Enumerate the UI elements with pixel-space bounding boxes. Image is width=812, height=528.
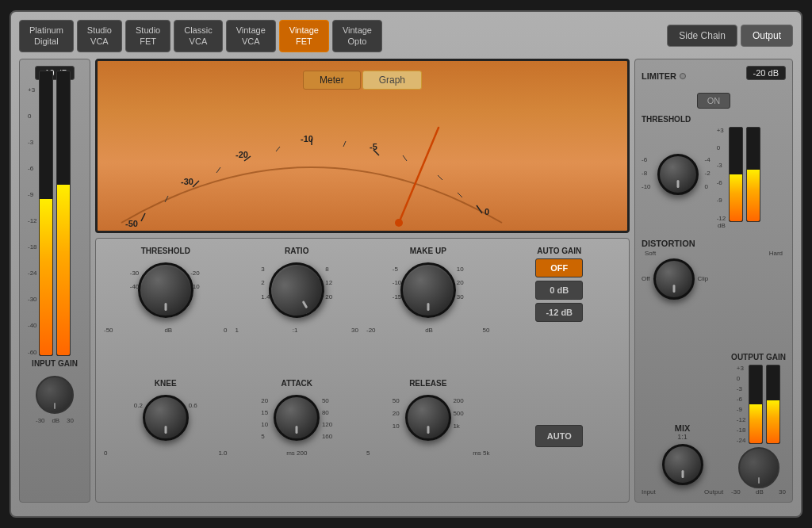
makeup-title: MAKE UP (410, 247, 446, 255)
controls-area: THRESHOLD -30 -40 -20 -10 (95, 238, 630, 503)
meter-button[interactable]: Meter (303, 71, 361, 90)
plugin-container: PlatinumDigital StudioVCA StudioFET Clas… (10, 10, 802, 518)
autogain-12db-button[interactable]: -12 dB (535, 303, 583, 322)
limiter-dot (680, 73, 686, 79)
input-meter-left (39, 71, 53, 356)
svg-line-18 (458, 193, 462, 197)
mix-label: MIX (675, 423, 691, 433)
attack-group: ATTACK 20 15 10 5 50 80 120 160 (236, 379, 359, 494)
threshold-scale-row: -50 dB 0 (104, 327, 228, 334)
preset-studio-vca[interactable]: StudioVCA (77, 20, 122, 52)
preset-vintage-fet[interactable]: VintageFET (279, 20, 329, 52)
right-threshold-label: THRESHOLD (642, 115, 786, 124)
input-gain-knob[interactable] (36, 376, 74, 414)
ratio-title: RATIO (285, 247, 308, 255)
svg-line-17 (438, 175, 442, 180)
preset-classic-vca[interactable]: ClassicVCA (174, 20, 222, 52)
svg-text:-20: -20 (236, 150, 248, 159)
output-meter-right (766, 365, 780, 444)
limiter-row: LIMITER -20 dB (642, 66, 786, 86)
mix-ratio: 1:1 (677, 433, 688, 441)
bottom-right: MIX 1:1 Input Output OUTPUT GAIN +3 (642, 309, 786, 495)
release-scale-row: 5 ms 5k (366, 450, 490, 457)
distortion-knob-dot (672, 285, 675, 293)
mix-section: MIX 1:1 Input Output (642, 423, 723, 495)
output-button[interactable]: Output (741, 25, 793, 47)
vu-inner: Meter Graph -50 -30 (98, 61, 627, 231)
knee-group: KNEE 0.2 0.6 0 1.0 (104, 379, 228, 494)
attack-knob[interactable] (274, 395, 320, 441)
makeup-scale-row: -20 dB 50 (366, 327, 490, 334)
mix-knob-dot (681, 470, 684, 478)
distortion-section: DISTORTION Soft Hard Off Clip (642, 239, 786, 300)
preset-buttons: PlatinumDigital StudioVCA StudioFET Clas… (19, 20, 382, 52)
svg-text:-5: -5 (370, 142, 377, 151)
output-meter-left (749, 365, 763, 444)
svg-line-2 (193, 181, 199, 187)
output-meter-right-fill (767, 400, 779, 443)
right-meter-left (729, 127, 743, 222)
right-threshold-knob[interactable] (657, 154, 699, 195)
svg-text:0: 0 (485, 207, 489, 216)
svg-line-0 (141, 213, 145, 221)
distortion-sublabels: Soft Hard (642, 250, 786, 257)
svg-line-15 (343, 141, 346, 147)
autogain-0db-button[interactable]: 0 dB (535, 281, 583, 300)
output-gain-label: OUTPUT GAIN (731, 353, 786, 362)
threshold-knob-dot (164, 303, 167, 311)
release-group: RELEASE 50 20 10 200 500 1k (366, 379, 490, 494)
makeup-knob[interactable] (400, 262, 456, 318)
output-gain-section: OUTPUT GAIN +3 0 -3 -6 -9 -12 -18 -24 (731, 353, 786, 495)
left-panel: -19 dB +3 0 -3 -6 -9 -12 -18 -24 -30 -40… (19, 59, 90, 503)
ratio-knob-dot (302, 300, 308, 308)
output-gain-knob[interactable] (738, 447, 779, 488)
makeup-knob-dot (427, 303, 429, 311)
attack-knob-dot (296, 426, 298, 434)
graph-button[interactable]: Graph (362, 71, 422, 90)
ratio-knob[interactable] (259, 252, 335, 328)
right-threshold-knob-dot (676, 180, 679, 188)
preset-vintage-opto[interactable]: VintageOpto (332, 20, 382, 52)
release-knob[interactable] (405, 395, 451, 441)
knee-knob[interactable] (143, 395, 189, 441)
routing-buttons: Side Chain Output (667, 25, 793, 47)
input-gain-scale: -30 dB 30 (36, 417, 74, 424)
side-chain-button[interactable]: Side Chain (667, 25, 737, 47)
knee-knob-dot (164, 426, 167, 434)
preset-vintage-vca[interactable]: VintageVCA (226, 20, 276, 52)
svg-line-14 (276, 147, 280, 151)
input-gain-label: INPUT GAIN (32, 359, 78, 368)
threshold-title: THRESHOLD (141, 247, 190, 255)
limiter-db-display: -20 dB (746, 66, 786, 80)
right-threshold-section: THRESHOLD -6 -8 -10 -4 -2 0 (642, 115, 786, 229)
mix-sublabels: Input Output (642, 488, 723, 495)
svg-line-19 (399, 128, 439, 223)
svg-text:-10: -10 (301, 134, 313, 143)
right-meter-right (746, 127, 760, 222)
autogain-off-button[interactable]: OFF (535, 258, 583, 277)
distortion-label: DISTORTION (642, 239, 786, 248)
release-title: RELEASE (409, 379, 446, 388)
vu-arc-svg: -50 -30 -20 -10 -5 (98, 104, 526, 231)
input-meter-left-fill (40, 199, 52, 355)
makeup-group: MAKE UP -5 -10 -15 10 20 30 (366, 247, 490, 371)
preset-platinum-digital[interactable]: PlatinumDigital (19, 20, 74, 52)
preset-studio-fet[interactable]: StudioFET (125, 20, 170, 52)
release-auto-button[interactable]: AUTO (535, 425, 583, 447)
autogain-group: AUTO GAIN OFF 0 dB -12 dB (498, 247, 622, 371)
distortion-knob[interactable] (653, 258, 695, 300)
output-scale-row: -30 dB 30 (731, 488, 786, 495)
output-knob-indicator (758, 477, 760, 484)
threshold-knob[interactable] (138, 262, 193, 318)
input-meter-right (56, 71, 71, 356)
limiter-on-button[interactable]: ON (697, 93, 731, 109)
right-panel: LIMITER -20 dB ON THRESHOLD -6 -8 -10 (634, 59, 793, 503)
svg-line-13 (216, 167, 220, 173)
svg-text:-30: -30 (181, 177, 193, 186)
threshold-group: THRESHOLD -30 -40 -20 -10 (104, 247, 228, 371)
autogain-title: AUTO GAIN (537, 247, 581, 255)
mix-knob[interactable] (662, 444, 703, 485)
input-meter-right-fill (57, 185, 70, 355)
center-panel: Meter Graph -50 -30 (95, 59, 630, 503)
vu-display: Meter Graph -50 -30 (95, 59, 630, 233)
